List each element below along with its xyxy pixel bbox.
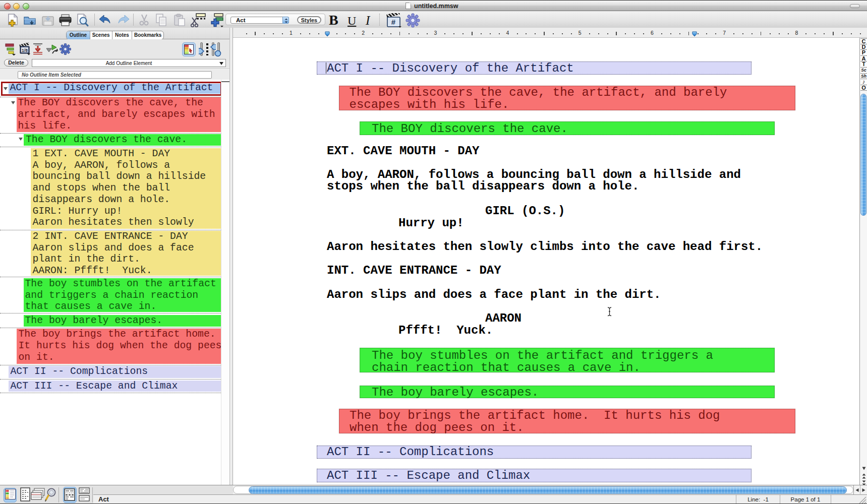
svg-text:#: # (391, 18, 396, 26)
svg-text:1/8: 1/8 (22, 48, 28, 53)
